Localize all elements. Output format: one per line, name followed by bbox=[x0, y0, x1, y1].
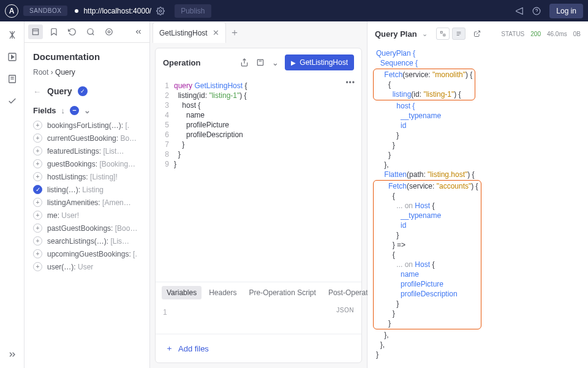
response-size: 0B bbox=[573, 31, 581, 37]
logo[interactable]: A bbox=[5, 4, 18, 18]
back-arrow-icon[interactable]: ← bbox=[33, 87, 41, 96]
field-row[interactable]: +hostListings: [Listing]! bbox=[31, 170, 143, 183]
share-icon[interactable] bbox=[239, 57, 250, 68]
plus-icon[interactable]: + bbox=[33, 236, 42, 246]
field-row[interactable]: +featuredListings: [List… bbox=[31, 145, 143, 157]
field-row[interactable]: +guestBookings: [Booking… bbox=[31, 157, 143, 170]
svg-rect-8 bbox=[32, 29, 38, 34]
login-button[interactable]: Log in bbox=[549, 4, 583, 18]
url-bar[interactable]: http://localhost:4000/ bbox=[75, 7, 151, 15]
svg-point-10 bbox=[88, 29, 93, 34]
bottom-tabs: Variables Headers Pre-Operation Script P… bbox=[156, 282, 361, 303]
check-badge-icon: ✓ bbox=[78, 86, 88, 96]
checks-icon[interactable] bbox=[7, 96, 17, 106]
query-plan-panel: Query Plan ⌄ STATUS 200 46.0ms 0B QueryP… bbox=[368, 21, 588, 368]
help-icon[interactable] bbox=[532, 7, 541, 15]
view-text-icon[interactable] bbox=[452, 28, 466, 40]
plus-icon: ＋ bbox=[165, 343, 173, 354]
plus-icon[interactable]: + bbox=[33, 159, 42, 168]
url-text: http://localhost:4000/ bbox=[83, 7, 151, 15]
svg-point-13 bbox=[106, 29, 113, 36]
variables-editor[interactable]: 1 JSON bbox=[156, 303, 361, 334]
explorer-icon[interactable] bbox=[7, 30, 17, 40]
query-plan-title: Query Plan bbox=[375, 29, 417, 39]
megaphone-icon[interactable] bbox=[515, 7, 524, 15]
field-row[interactable]: +pastGuestBookings: [Boo… bbox=[31, 222, 143, 235]
field-row[interactable]: +searchListings(…): [Lis… bbox=[31, 235, 143, 247]
gear-icon[interactable] bbox=[156, 7, 165, 15]
collapse-panel-icon[interactable] bbox=[131, 24, 146, 39]
documentation-panel: Documentation Root › Query ← Query ✓ Fie… bbox=[24, 21, 150, 368]
schema-icon[interactable] bbox=[7, 74, 17, 84]
field-name: searchListings(…): [Lis… bbox=[47, 237, 129, 246]
tab-getlistinghost[interactable]: GetListingHost ✕ bbox=[153, 22, 226, 43]
field-row[interactable]: +listingAmenities: [Amen… bbox=[31, 196, 143, 209]
save-icon[interactable] bbox=[255, 57, 266, 68]
publish-button[interactable]: Publish bbox=[175, 4, 211, 18]
check-icon[interactable]: ✓ bbox=[33, 185, 42, 194]
search-icon[interactable] bbox=[83, 24, 98, 39]
field-name: pastGuestBookings: [Boo… bbox=[47, 224, 137, 233]
field-name: hostListings: [Listing]! bbox=[47, 173, 118, 181]
status-dot-icon bbox=[75, 9, 78, 13]
field-name: bookingsForListing(…): [. bbox=[47, 121, 129, 130]
doc-view-icon[interactable] bbox=[28, 24, 43, 39]
plus-icon[interactable]: + bbox=[33, 146, 42, 156]
operation-panel: GetListingHost ✕ ＋ Operation ⌄ ▶GetListi… bbox=[150, 21, 368, 368]
svg-point-12 bbox=[108, 31, 110, 33]
svg-line-22 bbox=[477, 31, 480, 35]
query-plan-code[interactable]: QueryPlan { Sequence { Fetch(service: "m… bbox=[368, 46, 588, 368]
tab-label: GetListingHost bbox=[159, 29, 208, 37]
field-row[interactable]: +upcomingGuestBookings: [. bbox=[31, 247, 143, 260]
json-badge: JSON bbox=[336, 307, 354, 314]
open-external-icon[interactable] bbox=[470, 28, 484, 40]
plus-icon[interactable]: + bbox=[33, 133, 42, 143]
chevron-down-icon[interactable]: ⌄ bbox=[271, 57, 280, 69]
svg-line-11 bbox=[92, 34, 94, 36]
svg-rect-15 bbox=[258, 59, 263, 65]
bookmark-icon[interactable] bbox=[47, 24, 61, 39]
chevron-down-icon[interactable]: ⌄ bbox=[84, 106, 91, 115]
editor-tabs: GetListingHost ✕ ＋ bbox=[150, 21, 367, 43]
breadcrumb[interactable]: Root › Query bbox=[24, 68, 149, 83]
plus-icon[interactable]: + bbox=[33, 121, 42, 130]
run-icon[interactable] bbox=[7, 52, 17, 62]
field-row[interactable]: +currentGuestBooking: Bo… bbox=[31, 132, 143, 145]
settings-icon[interactable] bbox=[102, 24, 116, 39]
field-name: guestBookings: [Booking… bbox=[47, 160, 135, 168]
chevron-down-icon[interactable]: ⌄ bbox=[422, 30, 428, 38]
history-icon[interactable] bbox=[65, 24, 80, 39]
add-files-button[interactable]: ＋Add files bbox=[165, 343, 352, 354]
plus-icon[interactable]: + bbox=[33, 198, 42, 207]
field-row[interactable]: +bookingsForListing(…): [. bbox=[31, 119, 143, 132]
topbar: A SANDBOX http://localhost:4000/ Publish… bbox=[0, 0, 588, 21]
sort-icon[interactable]: ↓ bbox=[61, 106, 66, 115]
add-tab-button[interactable]: ＋ bbox=[226, 22, 243, 43]
field-row[interactable]: ✓listing(…): Listing bbox=[31, 183, 143, 196]
view-diagram-icon[interactable] bbox=[436, 28, 450, 40]
plus-icon[interactable]: + bbox=[33, 223, 42, 233]
operation-title: Operation bbox=[163, 58, 234, 67]
tab-preop[interactable]: Pre-Operation Script bbox=[244, 286, 321, 299]
close-icon[interactable]: ✕ bbox=[213, 28, 219, 37]
run-operation-button[interactable]: ▶GetListingHost bbox=[285, 54, 354, 70]
plus-icon[interactable]: + bbox=[33, 262, 42, 271]
editor-menu-icon[interactable]: ••• bbox=[345, 78, 355, 87]
field-row[interactable]: +me: User! bbox=[31, 209, 143, 222]
plus-icon[interactable]: + bbox=[33, 211, 42, 220]
svg-rect-18 bbox=[443, 34, 445, 36]
field-name: listingAmenities: [Amen… bbox=[47, 198, 131, 207]
collapse-fields-icon[interactable]: − bbox=[70, 106, 79, 115]
tab-headers[interactable]: Headers bbox=[204, 286, 241, 299]
graphql-editor[interactable]: 123456789 query GetListingHost { listing… bbox=[156, 77, 361, 282]
type-label: Query bbox=[47, 86, 72, 96]
field-row[interactable]: +user(…): User bbox=[31, 260, 143, 273]
tab-variables[interactable]: Variables bbox=[162, 286, 202, 299]
expand-rail-icon[interactable] bbox=[7, 350, 17, 359]
svg-point-0 bbox=[159, 10, 162, 12]
plus-icon[interactable]: + bbox=[33, 249, 42, 258]
doc-title: Documentation bbox=[24, 43, 149, 68]
field-name: currentGuestBooking: Bo… bbox=[47, 134, 137, 143]
play-icon: ▶ bbox=[291, 59, 296, 66]
plus-icon[interactable]: + bbox=[33, 172, 42, 181]
